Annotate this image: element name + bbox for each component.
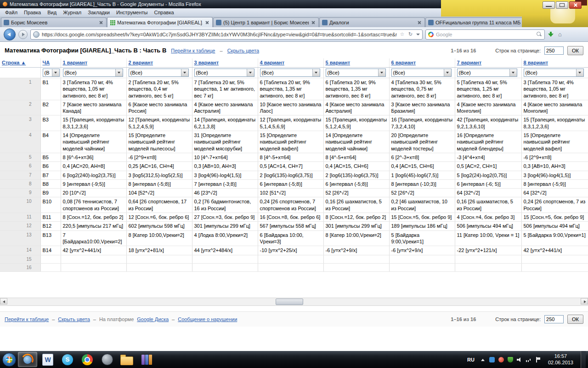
back-button[interactable] <box>4 29 16 40</box>
google-drive-link[interactable]: Google Диска <box>137 316 169 322</box>
show-desktop-button[interactable] <box>581 351 586 368</box>
column-header[interactable]: 7 вариант <box>455 58 521 68</box>
tab-close-icon[interactable] <box>417 20 422 25</box>
browser-tab-3[interactable]: (5) Центр 1 вариант | Борис Моисеев <box>213 17 319 27</box>
table-cell: -3 [4^4+x=4] <box>455 153 521 161</box>
table-cell: 3 [Таблетка 70 мг, 4% вещества, 1,05 мг … <box>61 78 126 100</box>
link-separator: – <box>172 316 175 322</box>
minimize-button[interactable] <box>543 1 555 9</box>
forward-button[interactable] <box>18 30 28 39</box>
search-bar[interactable]: Google <box>425 29 545 40</box>
menu-bookmarks[interactable]: Закладки <box>85 9 113 16</box>
footer-hide-colors-link[interactable]: Скрыть цвета <box>58 316 90 322</box>
filter-cell: (В <box>40 68 61 78</box>
taskbar-clock[interactable]: 16:57 02.06.2013 <box>544 353 577 366</box>
row-number: 5 <box>0 153 40 161</box>
url-dropdown-icon[interactable] <box>416 31 420 37</box>
table-cell: 4 [Таблетка 30 мг, 5% вещества, 0,75 мг … <box>389 78 455 100</box>
taskbar-skype-button[interactable] <box>58 352 77 367</box>
column-header[interactable]: 5 вариант <box>323 58 389 68</box>
scroll-left-arrow[interactable] <box>0 298 7 305</box>
page-title: Математика Фотографии [GIAREAL]_Часть В … <box>5 47 166 54</box>
bookmark-star-icon[interactable] <box>399 31 405 37</box>
scrollbar-thumb[interactable] <box>276 299 303 305</box>
table-cell: 16 [Трапеция, координаты 7,3,2,4,10] <box>389 115 455 131</box>
network-icon[interactable] <box>526 357 531 362</box>
table-cell: 44 [y=x^2+484/x] <box>192 246 258 255</box>
filter-select[interactable]: (Все) <box>457 69 517 77</box>
column-header[interactable]: 8 вариант <box>521 58 588 68</box>
goto-table-link[interactable]: Перейти к таблице <box>171 48 215 53</box>
tab-close-icon[interactable] <box>204 20 210 25</box>
filter-select[interactable]: (Все) <box>326 69 386 77</box>
home-icon[interactable] <box>557 31 563 38</box>
action-center-flag-icon[interactable] <box>535 357 541 362</box>
language-indicator[interactable]: RU <box>465 356 476 363</box>
tab-close-icon[interactable] <box>311 20 316 25</box>
tray-alert-icon[interactable] <box>498 357 504 362</box>
url-text[interactable]: https://docs.google.com/spreadsheet/lv?k… <box>42 32 397 37</box>
menu-edit[interactable]: Правка <box>21 9 44 16</box>
report-abuse-link[interactable]: Сообщение о нарушении <box>178 316 237 322</box>
filter-select[interactable]: (Все) <box>63 69 123 77</box>
google-search-icon[interactable] <box>428 32 434 37</box>
rows-per-page-input[interactable] <box>544 46 564 55</box>
footer-goto-table-link[interactable]: Перейти к таблице <box>5 316 49 322</box>
menu-help[interactable]: Справка <box>151 9 177 16</box>
menu-view[interactable]: Вид <box>44 9 60 16</box>
column-header[interactable]: 2 вариант <box>126 58 192 68</box>
security-shield-icon[interactable] <box>508 357 513 362</box>
downloads-icon[interactable] <box>548 31 554 38</box>
menu-history[interactable]: Журнал <box>60 9 85 16</box>
hidden-icons-arrow-icon[interactable] <box>480 357 486 362</box>
taskbar-word-button[interactable] <box>39 352 57 367</box>
dropdown-arrow-icon <box>181 69 188 76</box>
filter-select[interactable]: (Все) <box>194 69 254 77</box>
column-header[interactable]: ЧА <box>40 58 61 68</box>
magnifier-icon[interactable] <box>536 31 542 37</box>
taskbar-firefox-button[interactable] <box>18 352 37 367</box>
ok-button[interactable]: ОК <box>567 315 583 324</box>
reload-icon[interactable] <box>407 31 413 37</box>
column-header[interactable]: 6 вариант <box>389 58 455 68</box>
url-bar[interactable]: https://docs.google.com/spreadsheet/lv?k… <box>30 29 423 40</box>
scroll-right-arrow[interactable] <box>581 298 588 305</box>
table-row: 16 <box>0 263 588 271</box>
rows-per-page-input[interactable] <box>544 315 564 323</box>
hide-colors-link[interactable]: Скрыть цвета <box>227 48 259 53</box>
filter-select[interactable]: (Все) <box>391 69 452 77</box>
column-header[interactable]: 4 вариант <box>258 58 323 68</box>
filter-select[interactable]: (Все) <box>129 69 189 77</box>
browser-tab-5[interactable]: ОFFициальная группа 11 класса МБ... <box>425 17 531 27</box>
taskbar-winrar-button[interactable] <box>137 352 156 367</box>
taskbar-app-button[interactable] <box>98 352 116 367</box>
column-header[interactable]: Строка ▲ <box>0 58 40 68</box>
filter-select[interactable]: (Все) <box>260 69 320 77</box>
filter-select[interactable]: (В <box>43 69 60 77</box>
menu-tools[interactable]: Инструменты <box>113 9 151 16</box>
taskbar-chrome-button[interactable] <box>78 352 96 367</box>
browser-tab-2-active[interactable]: Математика Фотографии [GIAREAL]... <box>107 17 213 27</box>
horizontal-scrollbar[interactable] <box>0 298 588 306</box>
ok-button[interactable]: ОК <box>567 46 583 55</box>
taskbar-explorer-button[interactable] <box>118 352 136 367</box>
search-engine-label[interactable]: Google <box>436 32 534 37</box>
column-header[interactable]: 3 вариант <box>192 58 258 68</box>
site-identity-icon[interactable] <box>33 31 40 38</box>
row-id-cell: B12 <box>40 222 61 230</box>
table-cell: 220,5 [импульсы 217 мГц] <box>61 222 126 230</box>
vk-favicon <box>428 20 434 25</box>
tray-app-icon[interactable] <box>489 357 495 362</box>
filter-cell: (Все) <box>192 68 258 78</box>
maximize-button[interactable] <box>556 1 568 9</box>
menu-file[interactable]: Файл <box>2 9 21 16</box>
column-header[interactable]: 1 вариант <box>61 58 126 68</box>
browser-tab-1[interactable]: Борис Моисеев <box>1 17 107 27</box>
tab-close-icon[interactable] <box>98 20 104 25</box>
table-cell: -6 [y=x^2+9/x] <box>389 246 455 255</box>
browser-tab-4[interactable]: Диалоги <box>319 17 425 27</box>
start-button[interactable] <box>2 353 16 367</box>
volume-icon[interactable] <box>517 357 522 362</box>
filter-select[interactable]: (Все) <box>524 69 584 77</box>
close-button[interactable] <box>569 1 582 9</box>
